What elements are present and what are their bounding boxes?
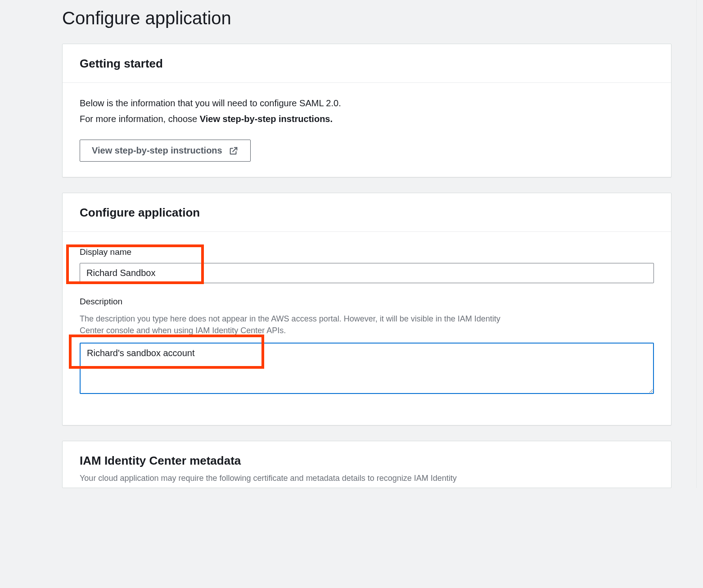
panel-iam-metadata: IAM Identity Center metadata Your cloud … [62, 441, 671, 488]
heading-getting-started: Getting started [80, 57, 654, 71]
getting-started-text-2-pre: For more information, choose [80, 114, 200, 124]
panel-getting-started: Getting started Below is the information… [62, 44, 671, 177]
getting-started-text-1: Below is the information that you will n… [80, 96, 654, 110]
description-label: Description [80, 295, 654, 308]
description-textarea[interactable] [80, 343, 654, 394]
panel-header-configure: Configure application [63, 193, 671, 232]
panel-header-iam-metadata: IAM Identity Center metadata Your cloud … [63, 441, 671, 488]
external-link-icon [229, 146, 239, 156]
description-hint: The description you type here does not a… [80, 313, 512, 336]
heading-iam-metadata: IAM Identity Center metadata [80, 454, 654, 468]
panel-configure-application: Configure application Display name Descr… [62, 193, 671, 425]
view-instructions-button-label: View step-by-step instructions [92, 145, 222, 156]
heading-configure-application: Configure application [80, 206, 654, 220]
display-name-input[interactable] [80, 263, 654, 283]
view-instructions-button[interactable]: View step-by-step instructions [80, 140, 251, 162]
page-title: Configure application [0, 0, 703, 44]
iam-metadata-subtext: Your cloud application may require the f… [80, 472, 654, 484]
page-right-divider [696, 0, 697, 488]
field-block-display-name: Display name [80, 245, 654, 283]
display-name-label: Display name [80, 245, 654, 258]
getting-started-text-2-bold: View step-by-step instructions. [200, 114, 333, 124]
panel-header-getting-started: Getting started [63, 44, 671, 83]
getting-started-text-2: For more information, choose View step-b… [80, 112, 654, 126]
field-block-description: Description The description you type her… [80, 295, 654, 398]
